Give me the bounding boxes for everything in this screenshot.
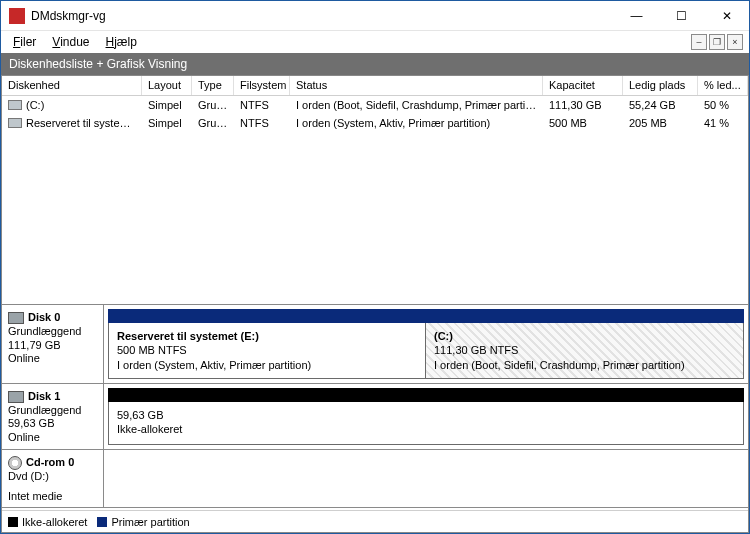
mdi-restore-button[interactable]: ❐ xyxy=(709,34,725,50)
part-sub: 59,63 GB xyxy=(117,408,735,422)
col-kapacitet[interactable]: Kapacitet xyxy=(543,76,623,95)
menu-window[interactable]: Vindue xyxy=(44,33,97,51)
volume-list-body[interactable]: (C:) Simpel Grun... NTFS I orden (Boot, … xyxy=(2,96,748,304)
disk-size: 111,79 GB xyxy=(8,339,97,353)
table-row[interactable]: Reserveret til systemet... Simpel Grun..… xyxy=(2,114,748,132)
vol-free: 205 MB xyxy=(623,116,698,130)
disk-icon xyxy=(8,391,24,403)
menu-bar: Filer Vindue Hjælp – ❐ × xyxy=(1,31,749,53)
col-ledig[interactable]: Ledig plads xyxy=(623,76,698,95)
vol-free: 55,24 GB xyxy=(623,98,698,112)
part-title: Reserveret til systemet (E:) xyxy=(117,329,417,343)
graphical-panel: Disk 0 Grundlæggend 111,79 GB Online Res… xyxy=(1,305,749,533)
disk-row-0[interactable]: Disk 0 Grundlæggend 111,79 GB Online Res… xyxy=(2,305,748,384)
view-band[interactable]: Diskenhedsliste + Grafisk Visning xyxy=(1,53,749,75)
col-status[interactable]: Status xyxy=(290,76,543,95)
disk-size: 59,63 GB xyxy=(8,417,97,431)
menu-help[interactable]: Hjælp xyxy=(98,33,145,51)
bar-seg-primary xyxy=(426,309,744,323)
disk-kind: Grundlæggend xyxy=(8,404,97,418)
disk-name: Cd-rom 0 xyxy=(26,456,74,470)
disk-info: Disk 1 Grundlæggend 59,63 GB Online xyxy=(2,384,104,449)
vol-name: (C:) xyxy=(26,99,44,111)
disk-state: Online xyxy=(8,431,97,445)
bar-seg-unalloc xyxy=(108,388,744,402)
vol-pct: 41 % xyxy=(698,116,748,130)
volume-list-panel: Diskenhed Layout Type Filsystem Status K… xyxy=(1,75,749,305)
legend-swatch-black xyxy=(8,517,18,527)
legend-unallocated: Ikke-allokeret xyxy=(8,516,87,528)
legend-swatch-blue xyxy=(97,517,107,527)
disk-bar xyxy=(108,309,744,323)
disk-state: Intet medie xyxy=(8,490,97,504)
volume-icon xyxy=(8,118,22,128)
vol-cap: 500 MB xyxy=(543,116,623,130)
minimize-button[interactable]: — xyxy=(614,1,659,30)
disk-kind: Grundlæggend xyxy=(8,325,97,339)
part-status: I orden (System, Aktiv, Primær partition… xyxy=(117,358,417,372)
disk-layout: Reserveret til systemet (E:) 500 MB NTFS… xyxy=(104,305,748,383)
vol-pct: 50 % xyxy=(698,98,748,112)
volume-icon xyxy=(8,100,22,110)
mdi-minimize-button[interactable]: – xyxy=(691,34,707,50)
disk-info: Disk 0 Grundlæggend 111,79 GB Online xyxy=(2,305,104,383)
legend: Ikke-allokeret Primær partition xyxy=(2,510,748,532)
partition-block[interactable]: (C:) 111,30 GB NTFS I orden (Boot, Sidef… xyxy=(426,323,743,378)
disk-kind: Dvd (D:) xyxy=(8,470,97,484)
disk-icon xyxy=(8,312,24,324)
close-button[interactable]: ✕ xyxy=(704,1,749,30)
disk-bar xyxy=(108,388,744,402)
vol-cap: 111,30 GB xyxy=(543,98,623,112)
col-diskenhed[interactable]: Diskenhed xyxy=(2,76,142,95)
vol-layout: Simpel xyxy=(142,116,192,130)
view-band-label: Diskenhedsliste + Grafisk Visning xyxy=(9,57,187,71)
disk-row-cd[interactable]: Cd-rom 0 Dvd (D:) Intet medie xyxy=(2,450,748,509)
partition-block[interactable]: 59,63 GB Ikke-allokeret xyxy=(109,402,743,444)
vol-fs: NTFS xyxy=(234,116,290,130)
col-filsystem[interactable]: Filsystem xyxy=(234,76,290,95)
title-bar[interactable]: DMdskmgr-vg — ☐ ✕ xyxy=(1,1,749,31)
disk-name: Disk 0 xyxy=(28,311,60,325)
mdi-controls: – ❐ × xyxy=(691,34,745,50)
volume-list-header: Diskenhed Layout Type Filsystem Status K… xyxy=(2,76,748,96)
part-sub: 500 MB NTFS xyxy=(117,343,417,357)
menu-file[interactable]: Filer xyxy=(5,33,44,51)
part-sub: 111,30 GB NTFS xyxy=(434,343,735,357)
vol-type: Grun... xyxy=(192,116,234,130)
bar-seg-primary xyxy=(108,309,426,323)
vol-status: I orden (Boot, Sidefil, Crashdump, Primæ… xyxy=(290,98,543,112)
legend-primary: Primær partition xyxy=(97,516,189,528)
disk-info: Cd-rom 0 Dvd (D:) Intet medie xyxy=(2,450,104,508)
part-status: I orden (Boot, Sidefil, Crashdump, Primæ… xyxy=(434,358,735,372)
vol-name: Reserveret til systemet... xyxy=(26,117,142,129)
part-status: Ikke-allokeret xyxy=(117,422,735,436)
disk-state: Online xyxy=(8,352,97,366)
vol-fs: NTFS xyxy=(234,98,290,112)
disk-layout xyxy=(104,450,748,508)
disk-list[interactable]: Disk 0 Grundlæggend 111,79 GB Online Res… xyxy=(2,305,748,510)
disk-row-1[interactable]: Disk 1 Grundlæggend 59,63 GB Online 59,6 xyxy=(2,384,748,450)
table-row[interactable]: (C:) Simpel Grun... NTFS I orden (Boot, … xyxy=(2,96,748,114)
window-title: DMdskmgr-vg xyxy=(31,9,614,23)
col-layout[interactable]: Layout xyxy=(142,76,192,95)
disk-layout: 59,63 GB Ikke-allokeret xyxy=(104,384,748,449)
vol-status: I orden (System, Aktiv, Primær partition… xyxy=(290,116,543,130)
app-icon xyxy=(9,8,25,24)
col-pct[interactable]: % led... xyxy=(698,76,748,95)
window-controls: — ☐ ✕ xyxy=(614,1,749,30)
content-area: Diskenhed Layout Type Filsystem Status K… xyxy=(1,75,749,533)
vol-type: Grun... xyxy=(192,98,234,112)
part-title: (C:) xyxy=(434,329,735,343)
mdi-close-button[interactable]: × xyxy=(727,34,743,50)
col-type[interactable]: Type xyxy=(192,76,234,95)
partition-block[interactable]: Reserveret til systemet (E:) 500 MB NTFS… xyxy=(109,323,426,378)
disk-name: Disk 1 xyxy=(28,390,60,404)
cd-icon xyxy=(8,456,22,470)
maximize-button[interactable]: ☐ xyxy=(659,1,704,30)
app-window: DMdskmgr-vg — ☐ ✕ Filer Vindue Hjælp – ❐… xyxy=(0,0,750,534)
vol-layout: Simpel xyxy=(142,98,192,112)
